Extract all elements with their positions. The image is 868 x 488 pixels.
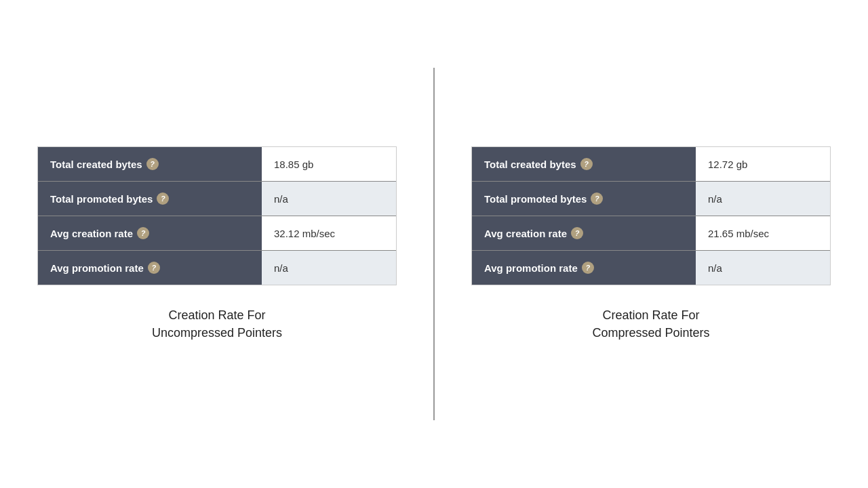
right-panel-caption: Creation Rate For Compressed Pointers xyxy=(592,307,709,341)
left-panel: Total created bytes ? 18.85 gb Total pro… xyxy=(0,146,434,341)
help-icon[interactable]: ? xyxy=(137,227,149,239)
label-avg-promotion-rate-left: Avg promotion rate ? xyxy=(38,251,262,285)
value-total-promoted-bytes-left: n/a xyxy=(262,182,396,216)
label-total-promoted-bytes-left: Total promoted bytes ? xyxy=(38,182,262,216)
value-avg-creation-rate-right: 21.65 mb/sec xyxy=(696,216,830,250)
vertical-divider xyxy=(434,68,435,420)
table-row: Avg promotion rate ? n/a xyxy=(38,251,396,285)
value-total-promoted-bytes-right: n/a xyxy=(696,182,830,216)
left-stats-table: Total created bytes ? 18.85 gb Total pro… xyxy=(37,146,397,285)
table-row: Total created bytes ? 18.85 gb xyxy=(38,147,396,182)
help-icon[interactable]: ? xyxy=(148,262,160,274)
help-icon[interactable]: ? xyxy=(582,262,594,274)
table-row: Total promoted bytes ? n/a xyxy=(472,182,830,216)
help-icon[interactable]: ? xyxy=(146,158,159,170)
table-row: Avg promotion rate ? n/a xyxy=(472,251,830,285)
help-icon[interactable]: ? xyxy=(591,192,603,205)
value-avg-promotion-rate-right: n/a xyxy=(696,251,830,285)
label-total-created-bytes-right: Total created bytes ? xyxy=(472,147,696,181)
help-icon[interactable]: ? xyxy=(580,158,593,170)
left-panel-caption: Creation Rate For Uncompressed Pointers xyxy=(152,307,282,341)
help-icon[interactable]: ? xyxy=(571,227,583,239)
main-container: Total created bytes ? 18.85 gb Total pro… xyxy=(0,0,868,488)
label-avg-promotion-rate-right: Avg promotion rate ? xyxy=(472,251,696,285)
value-avg-promotion-rate-left: n/a xyxy=(262,251,396,285)
label-avg-creation-rate-right: Avg creation rate ? xyxy=(472,216,696,250)
label-total-promoted-bytes-right: Total promoted bytes ? xyxy=(472,182,696,216)
right-stats-table: Total created bytes ? 12.72 gb Total pro… xyxy=(471,146,831,285)
right-panel: Total created bytes ? 12.72 gb Total pro… xyxy=(434,146,868,341)
table-row: Avg creation rate ? 21.65 mb/sec xyxy=(472,216,830,251)
table-row: Avg creation rate ? 32.12 mb/sec xyxy=(38,216,396,251)
table-row: Total promoted bytes ? n/a xyxy=(38,182,396,216)
label-total-created-bytes-left: Total created bytes ? xyxy=(38,147,262,181)
value-avg-creation-rate-left: 32.12 mb/sec xyxy=(262,216,396,250)
table-row: Total created bytes ? 12.72 gb xyxy=(472,147,830,182)
value-total-created-bytes-right: 12.72 gb xyxy=(696,147,830,181)
help-icon[interactable]: ? xyxy=(157,192,169,205)
label-avg-creation-rate-left: Avg creation rate ? xyxy=(38,216,262,250)
value-total-created-bytes-left: 18.85 gb xyxy=(262,147,396,181)
